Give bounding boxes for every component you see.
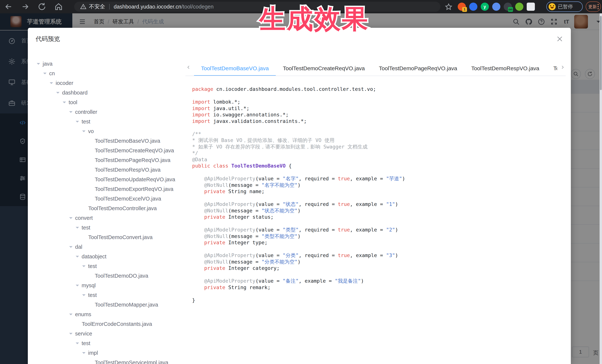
caret-down-icon[interactable]: [76, 121, 79, 124]
caret-down-icon[interactable]: [50, 82, 53, 86]
update-button[interactable]: 更新: [586, 1, 601, 12]
tree-folder[interactable]: dataobject: [34, 252, 190, 261]
bookmark-star-icon[interactable]: [445, 3, 452, 11]
code-line: @ApiModelProperty(value = "备注", example …: [192, 278, 566, 284]
close-icon[interactable]: [556, 35, 563, 43]
tree-file[interactable]: ToolTestDemoRespVO.java: [34, 165, 190, 175]
file-tab[interactable]: ToolTestDemoPageReqVO.java: [372, 62, 464, 76]
tree-folder[interactable]: dashboard: [34, 88, 190, 97]
tree-file[interactable]: ToolTestDemoCreateReqVO.java: [34, 146, 190, 155]
caret-down-icon[interactable]: [69, 333, 73, 336]
tree-node-label: test: [88, 292, 97, 298]
tree-folder[interactable]: test: [34, 338, 190, 348]
tree-file[interactable]: ToolTestDemoPageReqVO.java: [34, 155, 190, 165]
tree-node-label: ToolTestDemoRespVO.java: [95, 167, 161, 173]
caret-down-icon[interactable]: [37, 63, 40, 66]
url-path: /tool/codegen: [181, 4, 214, 10]
code-line: [192, 291, 566, 297]
tree-folder[interactable]: cn: [34, 69, 190, 78]
address-bar[interactable]: 不安全 dashboard.yudao.iocoder.cn/tool/code…: [74, 2, 441, 12]
browser-scrollbar[interactable]: [600, 13, 602, 364]
caret-down-icon[interactable]: [69, 217, 73, 220]
tree-file[interactable]: ToolTestDemoBaseVO.java: [34, 136, 190, 146]
file-tab[interactable]: ToolTestDemoBaseVO.java: [194, 62, 276, 76]
code-line: import javax.validation.constraints.*;: [192, 118, 566, 125]
home-icon[interactable]: [54, 2, 63, 11]
code-line: */: [192, 150, 566, 156]
update-label: 更新: [588, 4, 597, 10]
caret-down-icon[interactable]: [76, 256, 79, 259]
paused-pill[interactable]: 已暂停: [546, 1, 583, 12]
caret-down-icon[interactable]: [82, 265, 86, 269]
code-line: public class ToolTestDemoBaseVO {: [192, 163, 566, 169]
tree-folder[interactable]: vo: [34, 126, 190, 136]
tampermonkey-extension-icon[interactable]: on: [504, 3, 512, 11]
tree-node-label: java: [43, 61, 53, 67]
kebab-menu-icon[interactable]: [598, 4, 599, 9]
tree-node-label: ToolTestDemoUpdateReqVO.java: [95, 177, 175, 183]
tree-folder[interactable]: dal: [34, 242, 190, 252]
tree-file[interactable]: ToolTestDemoDO.java: [34, 271, 190, 281]
tree-node-label: ToolTestDemoCreateReqVO.java: [95, 147, 174, 154]
sprout-extension-icon[interactable]: [515, 3, 523, 11]
tree-folder[interactable]: test: [34, 117, 190, 126]
tree-folder[interactable]: mysql: [34, 281, 190, 290]
tree-file[interactable]: ToolTestDemoServiceImpl.java: [34, 358, 190, 364]
back-icon[interactable]: [4, 2, 13, 11]
caret-down-icon[interactable]: [76, 343, 79, 346]
caret-down-icon[interactable]: [82, 294, 86, 298]
tree-folder[interactable]: enums: [34, 310, 190, 319]
yuque-extension-icon[interactable]: y: [481, 3, 489, 11]
forward-icon[interactable]: [21, 2, 30, 11]
tabs-prev-icon[interactable]: [187, 65, 191, 72]
tree-folder[interactable]: convert: [34, 213, 190, 223]
tree-file[interactable]: ToolErrorCodeConstants.java: [34, 319, 190, 329]
security-label[interactable]: 不安全: [89, 3, 105, 10]
scrollbar-thumb[interactable]: [600, 16, 602, 90]
code-line: [192, 195, 566, 201]
caret-down-icon[interactable]: [82, 130, 86, 134]
reload-icon[interactable]: [37, 2, 46, 11]
puzzle-extension-icon[interactable]: [527, 3, 535, 11]
tree-folder[interactable]: java: [34, 59, 190, 69]
caret-down-icon[interactable]: [63, 102, 66, 105]
file-tab[interactable]: ToolTestDemoRespVO.java: [464, 62, 546, 76]
tree-folder[interactable]: iocoder: [34, 78, 190, 88]
tree-node-label: ToolTestDemoConvert.java: [88, 234, 153, 240]
caret-down-icon[interactable]: [69, 246, 73, 250]
tree-folder[interactable]: test: [34, 261, 190, 271]
caret-down-icon[interactable]: [56, 92, 60, 95]
ubuntu-extension-icon[interactable]: 1: [458, 3, 466, 11]
caret-down-icon[interactable]: [82, 352, 86, 355]
caret-down-icon[interactable]: [43, 73, 47, 76]
tree-folder[interactable]: controller: [34, 107, 190, 117]
tree-folder[interactable]: test: [34, 290, 190, 300]
caret-down-icon[interactable]: [69, 314, 73, 317]
tree-folder[interactable]: impl: [34, 348, 190, 358]
caret-down-icon[interactable]: [76, 227, 79, 230]
caret-down-icon[interactable]: [76, 285, 79, 288]
file-tree: javacniocoderdashboardtoolcontrollertest…: [34, 59, 190, 364]
code-line: private Integer category;: [192, 265, 566, 271]
code-line: @NotNull(message = "状态不能为空"): [192, 208, 566, 214]
tree-node-label: ToolTestDemoServiceImpl.java: [95, 360, 168, 364]
tree-file[interactable]: ToolTestDemoMapper.java: [34, 300, 190, 310]
tree-node-label: ToolTestDemoExcelVO.java: [95, 196, 161, 202]
tree-folder[interactable]: service: [34, 329, 190, 338]
caret-down-icon[interactable]: [69, 111, 73, 114]
grid-extension-icon[interactable]: [492, 3, 500, 11]
tree-folder[interactable]: test: [34, 223, 190, 232]
gem-extension-icon[interactable]: [469, 3, 477, 11]
tree-file[interactable]: ToolTestDemoConvert.java: [34, 232, 190, 242]
tree-file[interactable]: ToolTestDemoController.java: [34, 204, 190, 213]
file-tab[interactable]: ToolTestDemoCreateReqVO.java: [276, 62, 372, 76]
tree-file[interactable]: ToolTestDemoUpdateReqVO.java: [34, 175, 190, 184]
tree-file[interactable]: ToolTestDemoExportReqVO.java: [34, 184, 190, 194]
tree-folder[interactable]: tool: [34, 97, 190, 107]
tree-file[interactable]: ToolTestDemoExcelVO.java: [34, 194, 190, 204]
code-line: @Data: [192, 156, 566, 163]
url-host: dashboard.yudao.iocoder.cn: [114, 4, 181, 10]
file-tab[interactable]: ToolTe: [546, 62, 557, 76]
tabs-next-icon[interactable]: [560, 65, 565, 72]
code-line: }: [192, 297, 566, 304]
